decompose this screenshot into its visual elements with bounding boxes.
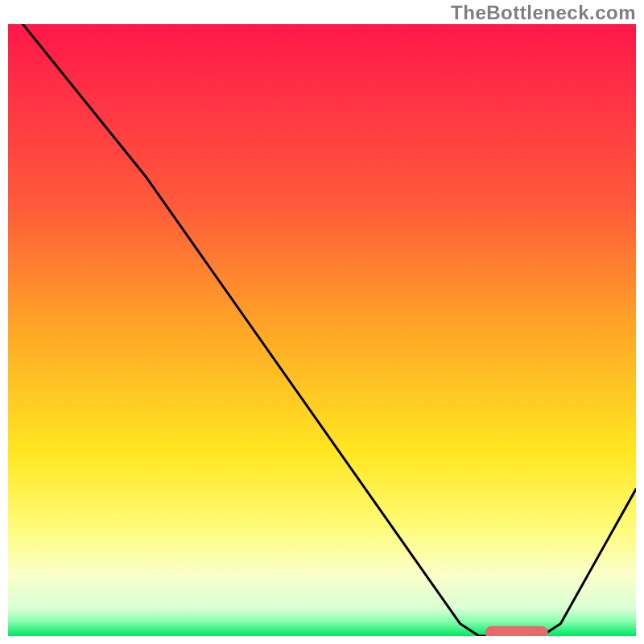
optimal-zone-marker [485, 626, 548, 636]
plot-area [8, 24, 636, 636]
chart-svg [8, 24, 636, 636]
watermark-text: TheBottleneck.com [451, 2, 636, 24]
chart-container: TheBottleneck.com [0, 0, 644, 644]
gradient-background [8, 24, 636, 636]
